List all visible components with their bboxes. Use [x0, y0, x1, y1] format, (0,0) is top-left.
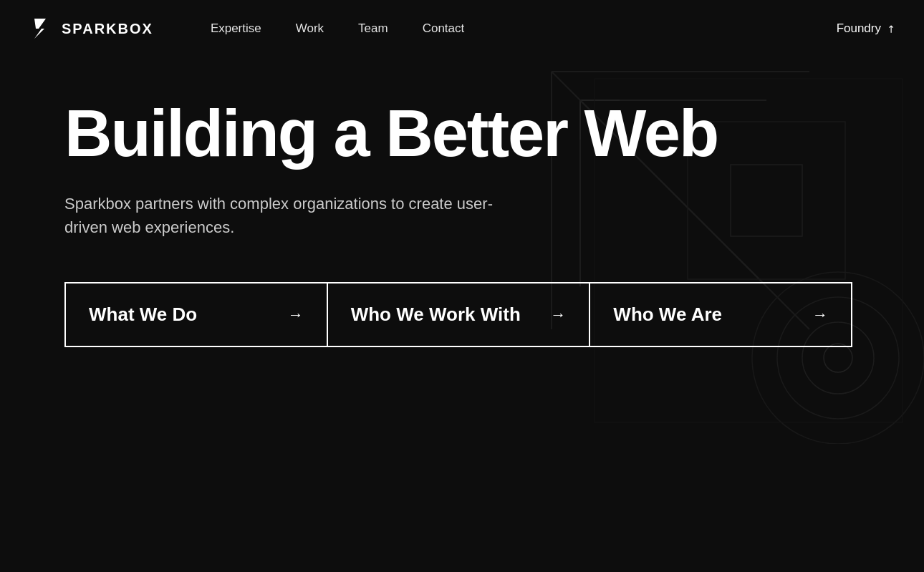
svg-point-14	[824, 344, 852, 372]
foundry-link[interactable]: Foundry ↗	[837, 21, 895, 36]
cta-who-we-work-with-arrow-icon: →	[550, 306, 566, 324]
foundry-label: Foundry	[837, 21, 881, 36]
nav-links: Expertise Work Team Contact	[211, 21, 464, 36]
cta-what-we-do[interactable]: What We Do →	[64, 282, 327, 347]
hero-headline: Building a Better Web	[64, 100, 752, 166]
logo-icon	[29, 16, 54, 42]
logo-text: SPARKBOX	[62, 21, 153, 37]
cta-who-we-are-arrow-icon: →	[812, 306, 828, 324]
nav-item-contact[interactable]: Contact	[423, 21, 465, 35]
hero-subtext: Sparkbox partners with complex organizat…	[64, 192, 494, 239]
cta-who-we-work-with-label: Who We Work With	[351, 304, 521, 326]
logo-link[interactable]: SPARKBOX	[29, 16, 153, 42]
cta-who-we-are[interactable]: Who We Are →	[589, 282, 852, 347]
cta-what-we-do-arrow-icon: →	[288, 306, 304, 324]
foundry-arrow-icon: ↗	[884, 21, 898, 36]
cta-what-we-do-label: What We Do	[89, 304, 197, 326]
svg-marker-1	[34, 19, 46, 39]
nav-item-team[interactable]: Team	[358, 21, 388, 35]
hero-content: Building a Better Web Sparkbox partners …	[64, 100, 752, 347]
navigation: SPARKBOX Expertise Work Team Contact Fou…	[0, 0, 924, 57]
nav-item-work[interactable]: Work	[296, 21, 324, 35]
nav-item-expertise[interactable]: Expertise	[211, 21, 261, 35]
cta-who-we-are-label: Who We Are	[613, 304, 722, 326]
hero-section: Building a Better Web Sparkbox partners …	[0, 57, 924, 572]
cta-cards: What We Do → Who We Work With → Who We A…	[64, 282, 852, 347]
cta-who-we-work-with[interactable]: Who We Work With →	[327, 282, 590, 347]
